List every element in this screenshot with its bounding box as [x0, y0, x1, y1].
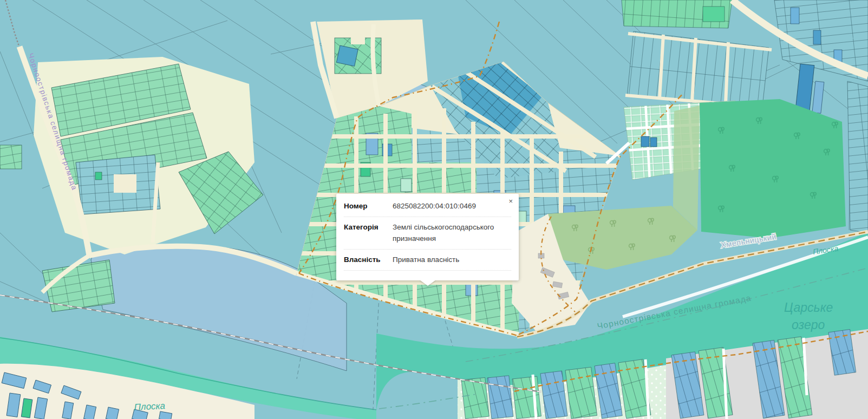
lake-label-line1: Царське [784, 300, 833, 315]
lake-label-line2: озеро [792, 318, 825, 332]
parcel-number-value: 6825082200:04:010:0469 [393, 201, 511, 212]
parcel-info-popup: × Номер 6825082200:04:010:0469 Категорія… [336, 194, 519, 280]
popup-row-number: Номер 6825082200:04:010:0469 [344, 196, 511, 217]
popup-row-label: Власність [344, 254, 393, 266]
popup-row-ownership: Власність Приватна власність [344, 250, 511, 271]
parcel-category-value: Землі сільськогосподарського призначення [393, 222, 511, 245]
popup-row-category: Категорія Землі сільськогосподарського п… [344, 217, 511, 250]
river-label-left: Плоска [134, 401, 165, 413]
popup-close-button[interactable]: × [507, 197, 514, 206]
popup-tail [420, 280, 436, 286]
parcel-ownership-value: Приватна власність [393, 254, 511, 266]
cadastral-map-app: Чорноострівська селищна громада Чорноост… [0, 0, 868, 419]
forest [700, 99, 846, 238]
popup-row-label: Номер [344, 201, 393, 212]
popup-row-label: Категорія [344, 222, 393, 245]
